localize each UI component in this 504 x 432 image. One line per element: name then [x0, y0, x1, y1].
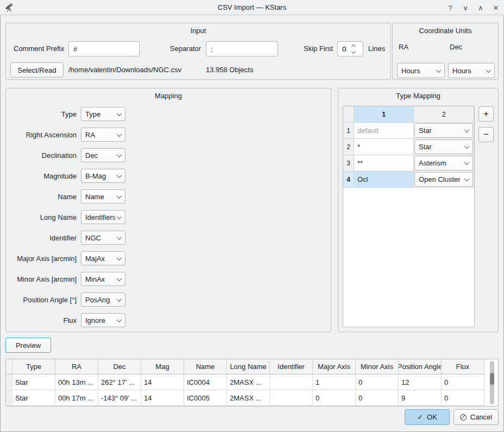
preview-cell[interactable]: 14	[141, 374, 184, 390]
type-select-row-2[interactable]: Star	[414, 139, 473, 154]
type-select-row-3[interactable]: Asterism	[414, 156, 473, 170]
chevron-down-icon	[117, 131, 122, 137]
maximize-button[interactable]: ∧	[476, 3, 486, 12]
pattern-cell[interactable]: default	[354, 123, 414, 139]
header-label: RA	[72, 363, 81, 371]
preview-cell[interactable]: 262° 17' ...	[98, 374, 141, 390]
preview-cell[interactable]: 9	[399, 390, 442, 406]
spin-down-icon[interactable]	[351, 49, 356, 53]
mapping-select-flux[interactable]: Ignore	[81, 313, 125, 327]
skip-first-spinbox[interactable]	[337, 41, 363, 56]
preview-cell[interactable]: 0	[356, 374, 399, 390]
row-header-2[interactable]: 2	[343, 139, 354, 155]
preview-row-2: Star00h 17m ...-143° 09' ...14IC00052MAS…	[6, 390, 498, 406]
pattern-cell[interactable]: Ocl	[354, 171, 414, 188]
mapping-select-name[interactable]: Name	[81, 189, 125, 204]
ra-units-select[interactable]: Hours	[397, 63, 445, 78]
preview-cell[interactable]: 00h 17m ...	[55, 390, 98, 406]
preview-cell[interactable]: 0	[313, 390, 356, 406]
preview-row-header[interactable]	[6, 390, 12, 406]
preview-cell[interactable]	[270, 390, 313, 406]
preview-cell[interactable]: 2MASX ...	[227, 374, 270, 390]
help-button[interactable]: ?	[445, 3, 455, 12]
preview-button[interactable]: Preview	[5, 338, 51, 353]
preview-cell[interactable]: 0	[356, 390, 399, 406]
column-header-1[interactable]: 1	[354, 106, 414, 123]
mapping-select-long-name[interactable]: Identifiers	[81, 210, 125, 224]
preview-header-major-axis[interactable]: Major Axis	[313, 359, 356, 374]
preview-cell[interactable]: Star	[12, 374, 55, 390]
coordinate-units-group: Coordinate Units RA Dec Hours Hours	[392, 23, 499, 80]
preview-header-position-angle[interactable]: Position Angle	[399, 359, 442, 374]
type-mapping-row: 4OclOpen Cluster	[343, 171, 474, 188]
spin-up-icon[interactable]	[351, 44, 356, 48]
ok-button[interactable]: ✓ OK	[405, 409, 450, 425]
mapping-row-label: Name	[6, 193, 77, 201]
comment-prefix-input[interactable]	[68, 41, 140, 56]
type-select-row-1[interactable]: Star	[414, 123, 473, 138]
pattern-cell[interactable]: **	[354, 155, 414, 171]
preview-header-long-name[interactable]: Long Name	[227, 359, 270, 374]
mapping-select-identifier[interactable]: NGC	[81, 231, 125, 245]
preview-cell[interactable]: IC0004	[184, 374, 227, 390]
scrollbar-thumb[interactable]	[490, 373, 494, 385]
select-read-button[interactable]: Select/Read	[10, 62, 64, 78]
mapping-select-minor-axis-arcmin[interactable]: MinAx	[81, 272, 125, 286]
add-row-button[interactable]: +	[478, 106, 494, 122]
preview-header-dec[interactable]: Dec	[98, 359, 141, 374]
preview-header-ra[interactable]: RA	[55, 359, 98, 374]
preview-cell[interactable]: 1	[313, 374, 356, 390]
preview-cell[interactable]	[270, 374, 313, 390]
preview-header-name[interactable]: Name	[184, 359, 227, 374]
preview-cell[interactable]: 14	[141, 390, 184, 406]
corner-header[interactable]	[343, 106, 354, 123]
preview-header-type[interactable]: Type	[12, 359, 55, 374]
preview-header-flux[interactable]: Flux	[442, 359, 484, 374]
selected-value: Star	[419, 126, 463, 135]
preview-cell[interactable]: IC0005	[184, 390, 227, 406]
titlebar[interactable]: CSV Import — KStars ? ∨ ∧ ✕	[0, 0, 504, 15]
type-select-row-4[interactable]: Open Cluster	[414, 172, 473, 187]
preview-cell[interactable]: 0	[442, 374, 484, 390]
mapping-select-type[interactable]: Type	[81, 107, 125, 121]
preview-cell[interactable]: Star	[12, 390, 55, 406]
preview-row-header[interactable]	[6, 374, 12, 390]
preview-header-mag[interactable]: Mag	[141, 359, 184, 374]
mapping-row: NameName	[6, 189, 125, 204]
dec-units-select[interactable]: Hours	[448, 63, 495, 78]
preview-cell[interactable]: 12	[399, 374, 442, 390]
type-mapping-row: 3**Asterism	[343, 155, 474, 171]
row-header-3[interactable]: 3	[343, 155, 354, 171]
preview-corner-header[interactable]	[6, 359, 12, 374]
mapping-group: Mapping TypeTypeRight AscensionRADeclina…	[5, 88, 331, 332]
header-label: Long Name	[230, 363, 266, 371]
row-header-4[interactable]: 4	[343, 171, 354, 188]
preview-header-identifier[interactable]: Identifier	[270, 359, 313, 374]
preview-cell[interactable]: -143° 09' ...	[98, 390, 141, 406]
preview-cell[interactable]: 0	[442, 390, 484, 406]
preview-cell[interactable]: 00h 13m ...	[55, 374, 98, 390]
preview-header-minor-axis[interactable]: Minor Axis	[356, 359, 399, 374]
mapping-select-position-angle[interactable]: PosAng	[81, 293, 125, 307]
column-header-2[interactable]: 2	[414, 106, 474, 123]
ok-label: OK	[427, 413, 437, 421]
cancel-button[interactable]: Cancel	[453, 409, 499, 425]
mapping-select-declination[interactable]: Dec	[81, 148, 125, 162]
mapping-row: Long NameIdentifiers	[6, 210, 125, 224]
mapping-select-magnitude[interactable]: B-Mag	[81, 169, 125, 183]
comment-prefix-label: Comment Prefix	[14, 41, 64, 56]
row-header-1[interactable]: 1	[343, 123, 354, 139]
ra-label: RA	[399, 42, 408, 53]
preview-scrollbar[interactable]	[490, 361, 494, 404]
remove-row-button[interactable]: −	[478, 127, 494, 142]
mapping-select-major-axis-arcmin[interactable]: MajAx	[81, 251, 125, 265]
separator-input[interactable]	[206, 41, 278, 56]
close-button[interactable]: ✕	[491, 3, 501, 12]
type-cell: Star	[414, 123, 474, 139]
mapping-row: TypeType	[6, 107, 125, 121]
pattern-cell[interactable]: *	[354, 139, 414, 155]
mapping-select-right-ascension[interactable]: RA	[81, 128, 125, 142]
minimize-button[interactable]: ∨	[461, 3, 470, 12]
preview-cell[interactable]: 2MASX ...	[227, 390, 270, 406]
skip-first-input[interactable]	[338, 42, 352, 56]
